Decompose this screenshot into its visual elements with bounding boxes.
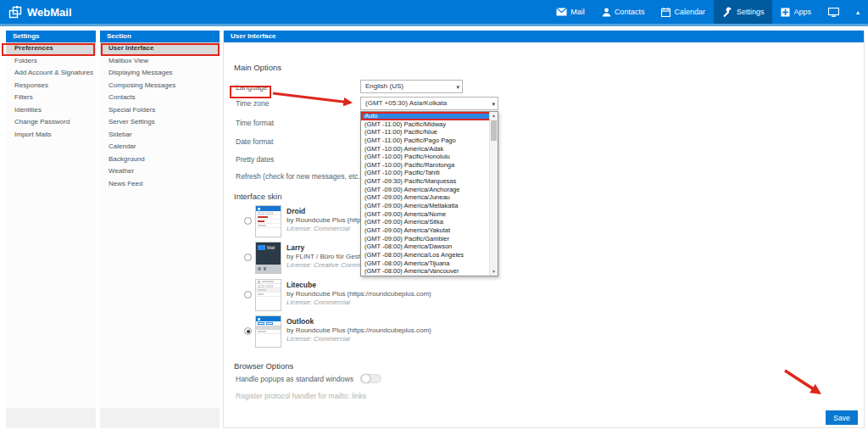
skin-thumbnail-litecube (255, 279, 281, 311)
popup-toggle[interactable] (360, 374, 381, 383)
settings-list-item[interactable]: Add Account & Signatures (6, 67, 96, 80)
skin-name: Litecube (287, 281, 316, 289)
section-list-item[interactable]: News Feed (100, 178, 220, 191)
topbar-accent-line (0, 24, 868, 26)
settings-list-item[interactable]: Filters (6, 92, 96, 104)
section-list-item[interactable]: Calendar (100, 141, 220, 153)
settings-list-item[interactable]: Preferences (6, 42, 96, 55)
settings-list-item[interactable]: Responses (6, 80, 96, 92)
scroll-up-icon[interactable]: ▲ (490, 112, 498, 120)
skin-license: License: Commercial (287, 298, 350, 306)
settings-list-item[interactable]: Folders (6, 55, 96, 68)
interface-skin-heading: Interface skin (234, 192, 282, 201)
timezone-option[interactable]: (GMT -09:30) Pacific/Marquesas (361, 177, 498, 186)
skin-radio-outlook[interactable] (244, 327, 252, 335)
chevron-down-icon: ▾ (456, 81, 459, 93)
timezone-option[interactable]: (GMT -09:00) America/Metlakatla (361, 202, 498, 210)
nav-settings[interactable]: Settings (714, 0, 773, 24)
mail-icon (258, 245, 265, 250)
timezone-option[interactable]: (GMT -09:00) America/Yakutat (361, 226, 498, 235)
section-list-item[interactable]: Displaying Messages (100, 67, 220, 80)
skin-author: by Roundcube Plus (https://roundcubeplus… (287, 290, 431, 298)
brand[interactable]: WebMail (8, 6, 72, 19)
scroll-down-icon[interactable]: ▼ (490, 268, 498, 276)
timezone-dropdown-list: Auto(GMT -11:00) Pacific/Midway(GMT -11:… (360, 111, 498, 276)
skin-thumbnail-droid (255, 205, 281, 237)
skin-radio-larry[interactable] (244, 254, 252, 261)
timezone-option[interactable]: (GMT -08:00) America/Tijuana (361, 259, 498, 268)
mailto-handler-label: Register protocol handler for mailto: li… (236, 392, 366, 400)
dropdown-scrollbar[interactable]: ▲ ▼ (489, 112, 498, 276)
timezone-option[interactable]: (GMT -08:00) America/Los Angeles (361, 251, 498, 259)
timezone-select-value: (GMT +05:30) Asia/Kolkata (365, 99, 447, 107)
calendar-icon (661, 8, 670, 17)
section-list-item[interactable]: Server Settings (100, 116, 220, 129)
section-panel: Section User InterfaceMailbox ViewDispla… (100, 31, 220, 428)
section-list-item[interactable]: Mailbox View (100, 55, 220, 68)
section-list-item[interactable]: Background (100, 153, 220, 166)
section-panel-title: Section (100, 31, 220, 42)
section-list-item[interactable]: Contacts (100, 92, 220, 104)
timezone-option[interactable]: Auto (361, 112, 498, 120)
section-list-item[interactable]: Sidebar (100, 129, 220, 142)
date-format-label: Date format (236, 137, 273, 146)
skin-thumbnail-outlook (255, 315, 281, 348)
settings-panel: Settings PreferencesFoldersAdd Account &… (6, 31, 96, 428)
skin-radio-droid[interactable] (244, 217, 252, 225)
nav-calendar[interactable]: Calendar (653, 0, 714, 24)
time-format-label: Time format (236, 119, 274, 127)
nav-collapse[interactable]: ▴ (848, 0, 868, 24)
timezone-option[interactable]: (GMT -08:00) America/Vancouver (361, 267, 498, 276)
section-list-item[interactable]: Weather (100, 165, 220, 178)
settings-list-item[interactable]: Import Mails (6, 129, 96, 142)
scrollbar-thumb[interactable] (491, 120, 497, 141)
chevron-down-icon: ▾ (492, 98, 495, 110)
settings-list-item[interactable]: Identities (6, 104, 96, 117)
timezone-option[interactable]: (GMT -09:00) America/Anchorage (361, 186, 498, 194)
timezone-label: Time zone (236, 99, 269, 108)
nav-contacts[interactable]: Contacts (593, 0, 654, 24)
section-list-item[interactable]: User Interface (100, 42, 220, 55)
skin-radio-litecube[interactable] (244, 291, 252, 298)
caret-up-icon: ▴ (856, 8, 860, 16)
section-list-item[interactable]: Composing Messages (100, 80, 220, 92)
skin-license: License: Commercial (287, 335, 350, 343)
timezone-option[interactable]: (GMT -10:00) America/Adak (361, 145, 498, 153)
main-options-heading: Main Options (234, 63, 281, 72)
timezone-option[interactable]: (GMT -09:00) Pacific/Gambier (361, 235, 498, 243)
language-label: Language (236, 83, 268, 92)
timezone-select[interactable]: (GMT +05:30) Asia/Kolkata ▾ (360, 97, 498, 110)
timezone-option[interactable]: (GMT -11:00) Pacific/Midway (361, 120, 498, 129)
main-content: Main Options Language English (US) ▾ Tim… (224, 42, 864, 427)
timezone-option[interactable]: (GMT -10:00) Pacific/Honolulu (361, 153, 498, 161)
skin-name: Droid (287, 207, 305, 215)
settings-list: PreferencesFoldersAdd Account & Signatur… (6, 42, 96, 141)
topnav: Mail Contacts Calendar Settings (548, 0, 868, 24)
timezone-option[interactable]: (GMT -09:00) America/Sitka (361, 218, 498, 226)
nav-apps[interactable]: Apps (772, 0, 820, 24)
brand-name: WebMail (27, 6, 72, 19)
nav-mail-label: Mail (570, 8, 585, 16)
timezone-option[interactable]: (GMT -08:00) America/Dawson (361, 243, 498, 251)
main-panel-title: User Interface (224, 31, 864, 42)
settings-panel-footer (6, 408, 96, 428)
timezone-option[interactable]: (GMT -09:00) America/Juneau (361, 193, 498, 202)
settings-list-item[interactable]: Change Password (6, 116, 96, 129)
nav-display[interactable] (820, 0, 848, 24)
webmail-logo-icon (8, 6, 22, 19)
section-list-item[interactable]: Special Folders (100, 104, 220, 117)
timezone-option[interactable]: (GMT -10:00) Pacific/Rarotonga (361, 161, 498, 170)
language-select[interactable]: English (US) ▾ (360, 80, 463, 93)
save-button[interactable]: Save (826, 410, 858, 425)
skin-name: Outlook (287, 317, 314, 326)
timezone-option[interactable]: (GMT -11:00) Pacific/Niue (361, 128, 498, 137)
contacts-icon (602, 8, 611, 17)
timezone-option[interactable]: (GMT -11:00) Pacific/Pago Pago (361, 137, 498, 145)
section-panel-footer (100, 408, 220, 428)
section-list: User InterfaceMailbox ViewDisplaying Mes… (100, 42, 220, 190)
skin-author: by Roundcube Plus (https://roundcubeplus… (287, 326, 431, 334)
nav-apps-label: Apps (793, 8, 811, 16)
nav-mail[interactable]: Mail (548, 0, 593, 24)
timezone-option[interactable]: (GMT -09:00) America/Nome (361, 210, 498, 219)
timezone-option[interactable]: (GMT -10:00) Pacific/Tahiti (361, 169, 498, 177)
